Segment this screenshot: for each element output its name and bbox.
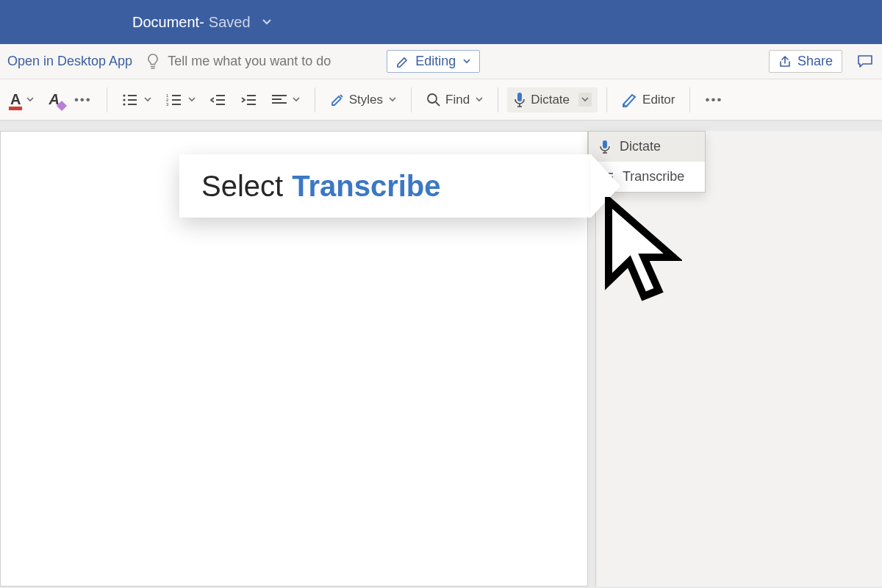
comments-button[interactable] [856,51,875,72]
title-separator: - [199,14,204,31]
editor-icon [622,93,638,107]
numbering-button[interactable]: 123 [160,89,201,111]
clear-formatting-icon: A [49,91,59,108]
microphone-icon [599,140,611,154]
separator [107,87,107,112]
svg-point-6 [428,94,437,103]
separator [606,87,607,112]
svg-rect-8 [603,140,607,148]
chevron-down-icon [389,97,396,102]
share-button[interactable]: Share [769,50,842,73]
editor-label: Editor [642,93,675,107]
editor-button[interactable]: Editor [616,88,681,112]
styles-icon [330,93,345,107]
transcribe-menu-label: Transcribe [623,169,684,184]
svg-point-1 [123,98,125,101]
editing-mode-label: Editing [415,54,456,69]
share-label: Share [797,54,833,69]
chevron-down-icon [188,97,196,102]
svg-rect-7 [517,93,522,101]
styles-button[interactable]: Styles [324,88,402,112]
svg-text:3: 3 [166,102,169,107]
chevron-down-icon [144,97,151,102]
editing-mode-button[interactable]: Editing [387,50,480,73]
chevron-down-icon [578,93,592,107]
callout-highlight: Transcribe [292,170,440,203]
lightbulb-icon [146,53,160,71]
outdent-icon [210,93,226,107]
ellipsis-icon: ••• [705,93,723,107]
chevron-down-icon [476,97,483,102]
increase-indent-button[interactable] [235,89,263,111]
callout-text: Select [201,170,283,203]
align-button[interactable] [266,90,306,110]
chevron-down-icon [26,97,34,102]
dictate-button[interactable]: Dictate [507,87,598,112]
indent-icon [241,93,257,107]
separator [315,87,315,112]
search-icon [426,93,441,107]
ribbon: A A ••• 123 [0,79,882,121]
ribbon-overflow-button[interactable]: ••• [699,88,728,112]
bullet-list-icon [122,93,138,107]
save-status: Saved [209,14,251,31]
instruction-callout: Select Transcribe [179,154,591,218]
title-bar: Document - Saved [0,0,882,44]
styles-label: Styles [349,93,383,107]
open-in-desktop-link[interactable]: Open in Desktop App [7,54,132,69]
find-button[interactable]: Find [420,88,489,112]
pencil-icon [396,55,409,68]
separator [411,87,412,112]
align-left-icon [272,94,287,106]
document-area: Dictate Transcribe Select Transcribe [0,121,882,588]
numbered-list-icon: 123 [166,93,182,107]
tell-me-input[interactable] [168,54,373,69]
chevron-down-icon [463,59,470,64]
ellipsis-icon: ••• [74,93,92,107]
chevron-down-icon [293,97,300,102]
separator [689,87,690,112]
title-dropdown-chevron-icon[interactable] [262,19,271,25]
tell-me-search[interactable] [146,53,373,71]
font-color-icon: A [10,91,21,108]
decrease-indent-button[interactable] [204,89,232,111]
comment-icon [857,54,873,69]
document-name: Document [132,14,199,31]
share-icon [778,55,792,68]
command-bar: Open in Desktop App Editing Share [0,44,882,79]
dictate-menu-label: Dictate [620,139,661,154]
find-label: Find [445,93,470,107]
cursor-icon [601,197,682,310]
clear-formatting-button[interactable]: A [43,87,65,112]
microphone-icon [513,92,526,108]
bullets-button[interactable] [116,89,157,111]
svg-point-0 [123,94,125,96]
separator [498,87,498,112]
svg-point-2 [123,103,125,105]
dictate-label: Dictate [531,93,570,107]
font-color-button[interactable]: A [4,87,40,112]
more-font-button[interactable]: ••• [68,88,98,112]
